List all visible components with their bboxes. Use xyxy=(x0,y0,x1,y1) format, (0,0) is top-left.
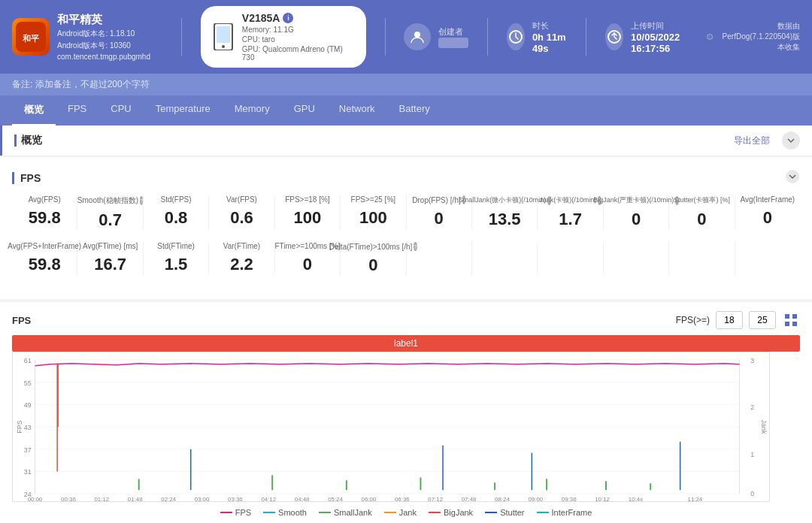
stats-row-1: Avg(FPS) 59.8 Smooth(稳帧指数) ? 0.7 Std(FPS… xyxy=(12,195,800,230)
svg-text:0: 0 xyxy=(750,490,754,497)
legend-stutter-line xyxy=(485,512,497,513)
chart-label-bar: label1 xyxy=(12,335,800,352)
upload-stat: 上传时间 10/05/2022 16:17:56 xyxy=(605,20,692,54)
note-bar: 备注: 添加备注，不超过200个字符 xyxy=(0,74,812,95)
tab-memory[interactable]: Memory xyxy=(223,95,282,125)
device-info: V2185A i Memory: 11.1G CPU: taro GPU: Qu… xyxy=(201,6,366,68)
stat-placeholder-5 xyxy=(669,242,735,275)
fps-collapse-btn[interactable] xyxy=(785,169,800,186)
creator-stat: 创建者 xyxy=(404,23,468,50)
stat-var-fps: Var(FPS) 0.6 xyxy=(209,195,274,230)
fps-threshold-2[interactable] xyxy=(749,311,776,329)
svg-text:Jank: Jank xyxy=(760,420,768,434)
stat-avg-ftime: Avg(FTime) [ms] 16.7 xyxy=(77,242,143,275)
device-gpu: GPU: Qualcomm Adreno (TM) 730 xyxy=(242,45,354,62)
fps-threshold-1[interactable] xyxy=(716,311,743,329)
tab-gpu[interactable]: GPU xyxy=(282,95,327,125)
creator-label: 创建者 xyxy=(438,26,468,38)
svg-text:05:24: 05:24 xyxy=(328,496,343,501)
svg-text:07:48: 07:48 xyxy=(462,496,477,501)
tab-temperature[interactable]: Temperature xyxy=(144,95,223,125)
legend-fps: FPS xyxy=(220,508,251,517)
tab-fps[interactable]: FPS xyxy=(56,95,98,125)
upload-value: 10/05/2022 16:17:56 xyxy=(631,32,692,54)
app-info: 和平 和平精英 Android版本名: 1.18.10 Android版本号: … xyxy=(12,13,162,61)
legend-interframe: InterFrame xyxy=(537,508,592,517)
legend-smooth-line xyxy=(263,512,275,513)
svg-text:10:4x: 10:4x xyxy=(629,496,643,501)
section-title: 概览 xyxy=(14,134,42,147)
legend-smalljank-label: SmallJank xyxy=(334,508,372,517)
stat-std-ftime: Std(FTime) 1.5 xyxy=(144,242,209,275)
divider2 xyxy=(385,18,386,56)
svg-text:2: 2 xyxy=(750,404,754,411)
section-header: 概览 导出全部 xyxy=(0,125,812,156)
source-info: i 数据由PerfDog(7.1.220504)版本收集 xyxy=(707,21,800,53)
svg-text:04:12: 04:12 xyxy=(261,496,276,501)
nav-tabs: 概览 FPS CPU Temperature Memory GPU Networ… xyxy=(0,95,812,125)
svg-text:09:36: 09:36 xyxy=(562,496,577,501)
export-button[interactable]: 导出全部 xyxy=(734,135,770,147)
upload-text: 上传时间 10/05/2022 16:17:56 xyxy=(631,20,692,54)
chart-wrapper: 61 55 49 43 37 31 24 xyxy=(12,352,770,502)
stat-big-jank: BigJank(严重卡顿)(/10min) ? 0 xyxy=(604,195,669,230)
svg-text:08:24: 08:24 xyxy=(495,496,510,501)
creator-value xyxy=(438,38,468,48)
stat-var-ftime: Var(FTime) 2.2 xyxy=(209,242,274,275)
chart-legend: FPS Smooth SmallJank Jank BigJank Stutte… xyxy=(12,508,800,517)
source-text: 数据由PerfDog(7.1.220504)版本收集 xyxy=(716,21,800,53)
device-text: V2185A i Memory: 11.1G CPU: taro GPU: Qu… xyxy=(242,12,354,62)
svg-rect-14 xyxy=(792,322,797,326)
fps-section-title: FPS xyxy=(20,172,41,184)
tab-network[interactable]: Network xyxy=(327,95,387,125)
help-icon-smooth[interactable]: ? xyxy=(140,196,143,205)
svg-text:37: 37 xyxy=(24,446,32,454)
tab-cpu[interactable]: CPU xyxy=(98,95,143,125)
legend-jank-label: Jank xyxy=(399,508,417,517)
upload-icon xyxy=(605,23,623,50)
svg-point-10 xyxy=(786,170,799,183)
app-name: 和平精英 xyxy=(57,13,150,27)
legend-smooth: Smooth xyxy=(263,508,307,517)
duration-value: 0h 11m 49s xyxy=(532,32,567,54)
device-name: V2185A i xyxy=(242,12,354,24)
stat-std-fps: Std(FPS) 0.8 xyxy=(144,195,209,230)
app-icon: 和平 xyxy=(12,18,50,56)
legend-stutter: Stutter xyxy=(485,508,524,517)
svg-text:11:24: 11:24 xyxy=(688,496,703,501)
info-icon[interactable]: i xyxy=(283,13,293,23)
chart-view-button[interactable] xyxy=(782,311,800,329)
package-name: com.tencent.tmgp.pubgmhd xyxy=(57,53,150,61)
svg-text:00:36: 00:36 xyxy=(61,496,76,501)
stat-avg-fps-interframe: Avg(FPS+InterFrame) 59.8 xyxy=(12,242,77,275)
stat-avg-fps: Avg(FPS) 59.8 xyxy=(12,195,77,230)
collapse-button[interactable] xyxy=(782,132,800,150)
tab-battery[interactable]: Battery xyxy=(387,95,442,125)
upload-label: 上传时间 xyxy=(631,20,692,32)
svg-text:和平: 和平 xyxy=(22,34,40,43)
stat-placeholder-2 xyxy=(472,242,538,275)
legend-bigjank: BigJank xyxy=(429,508,473,517)
svg-text:1: 1 xyxy=(750,451,754,458)
svg-text:55: 55 xyxy=(24,379,32,387)
svg-text:07:12: 07:12 xyxy=(428,496,443,501)
fps-chart-svg: 61 55 49 43 37 31 24 xyxy=(13,352,769,501)
legend-smalljank-line xyxy=(319,512,331,513)
legend-bigjank-line xyxy=(429,512,441,513)
legend-interframe-label: InterFrame xyxy=(552,508,592,517)
svg-text:06:00: 06:00 xyxy=(362,496,377,501)
stat-small-jank: SmallJank(微小卡顿)(/10min) ? 13.5 xyxy=(472,195,538,230)
svg-text:01:48: 01:48 xyxy=(128,496,143,501)
svg-text:03:00: 03:00 xyxy=(195,496,210,501)
legend-fps-line xyxy=(220,512,232,513)
stat-avg-interframe: Avg(InterFrame) 0 xyxy=(735,195,800,230)
legend-jank-line xyxy=(384,512,396,513)
device-memory: Memory: 11.1G xyxy=(242,26,354,34)
android-build: Android版本号: 10360 xyxy=(57,41,150,51)
svg-rect-3 xyxy=(217,26,230,43)
device-cpu: CPU: taro xyxy=(242,35,354,44)
tab-overview[interactable]: 概览 xyxy=(12,95,56,125)
chart-container: 61 55 49 43 37 31 24 xyxy=(12,352,800,502)
stat-placeholder-1 xyxy=(407,242,472,275)
svg-text:01:12: 01:12 xyxy=(94,496,109,501)
